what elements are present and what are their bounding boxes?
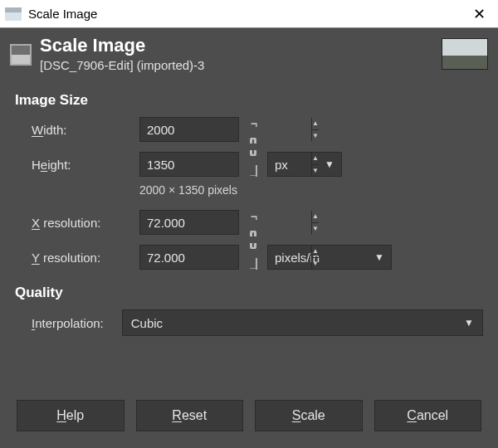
width-label: Width:	[32, 123, 139, 137]
help-button[interactable]: Help	[17, 400, 124, 431]
scale-image-icon	[10, 44, 32, 66]
image-thumbnail	[442, 38, 488, 70]
scale-button[interactable]: Scale	[255, 400, 363, 431]
height-label: Height:	[32, 158, 139, 172]
titlebar: Scale Image ✕	[0, 0, 498, 28]
y-resolution-label: Y resolution:	[32, 251, 139, 265]
image-size-section-title: Image Size	[15, 92, 483, 109]
dialog-subtitle: [DSC_7906-Edit] (imported)-3	[40, 58, 442, 72]
chevron-down-icon: ▼	[325, 158, 334, 170]
close-button[interactable]: ✕	[460, 0, 498, 28]
interpolation-select[interactable]: Cubic ▼	[122, 309, 483, 336]
dimension-fields: Width: ▲▼ ¬ _| px ▼ Height: ▲▼ 2000 × 13…	[32, 117, 483, 197]
app-icon	[5, 7, 22, 21]
width-spin-down[interactable]: ▼	[312, 130, 319, 142]
width-input-field[interactable]	[140, 118, 311, 141]
xres-spin-down[interactable]: ▼	[312, 223, 319, 235]
height-input[interactable]: ▲▼	[139, 152, 239, 177]
resolution-fields: X resolution: ▲▼ ¬ _| pixels/in ▼ Y reso…	[32, 210, 483, 270]
height-spin-down[interactable]: ▼	[312, 165, 319, 177]
x-resolution-input[interactable]: ▲▼	[139, 210, 239, 235]
interpolation-value: Cubic	[131, 316, 163, 330]
y-resolution-input[interactable]: ▲▼	[139, 245, 239, 270]
width-spin-up[interactable]: ▲	[312, 118, 319, 130]
reset-button[interactable]: Reset	[136, 400, 244, 431]
pixel-dimensions-note: 2000 × 1350 pixels	[139, 183, 417, 197]
cancel-button[interactable]: Cancel	[374, 400, 482, 431]
yres-spin-down[interactable]: ▼	[312, 258, 319, 270]
chevron-down-icon: ▼	[374, 251, 384, 263]
x-resolution-label: X resolution:	[32, 216, 139, 230]
height-input-field[interactable]	[140, 153, 311, 176]
chain-bracket-top-icon: ¬	[251, 117, 256, 130]
button-bar: Help Reset Scale Cancel	[0, 400, 498, 431]
height-spin-up[interactable]: ▲	[312, 153, 319, 165]
chain-bracket-top-icon: ¬	[251, 210, 256, 223]
width-input[interactable]: ▲▼	[139, 117, 239, 142]
quality-section-title: Quality	[15, 285, 483, 301]
window-title: Scale Image	[28, 7, 460, 21]
xres-spin-up[interactable]: ▲	[312, 211, 319, 223]
dialog-header: Scale Image [DSC_7906-Edit] (imported)-3	[0, 28, 498, 77]
dialog-title: Scale Image	[40, 35, 442, 56]
yres-spin-up[interactable]: ▲	[312, 246, 319, 258]
interpolation-label: Interpolation:	[32, 316, 104, 330]
y-resolution-field[interactable]	[140, 246, 311, 269]
chevron-down-icon: ▼	[464, 317, 474, 329]
x-resolution-field[interactable]	[140, 211, 311, 234]
